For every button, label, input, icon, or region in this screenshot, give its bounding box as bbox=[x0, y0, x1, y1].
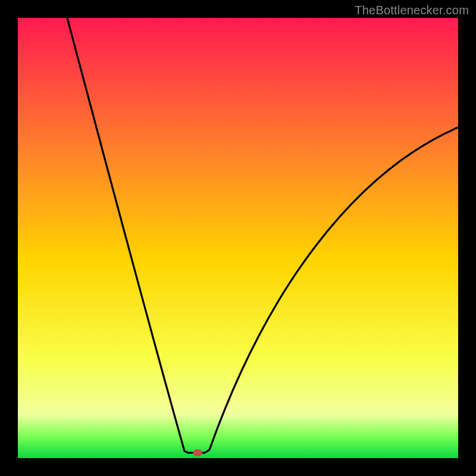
plot-area bbox=[18, 18, 458, 458]
chart-svg bbox=[18, 18, 458, 458]
optimal-marker bbox=[193, 449, 202, 456]
chart-frame: TheBottlenecker.com bbox=[0, 0, 476, 476]
watermark-text: TheBottlenecker.com bbox=[355, 4, 469, 17]
